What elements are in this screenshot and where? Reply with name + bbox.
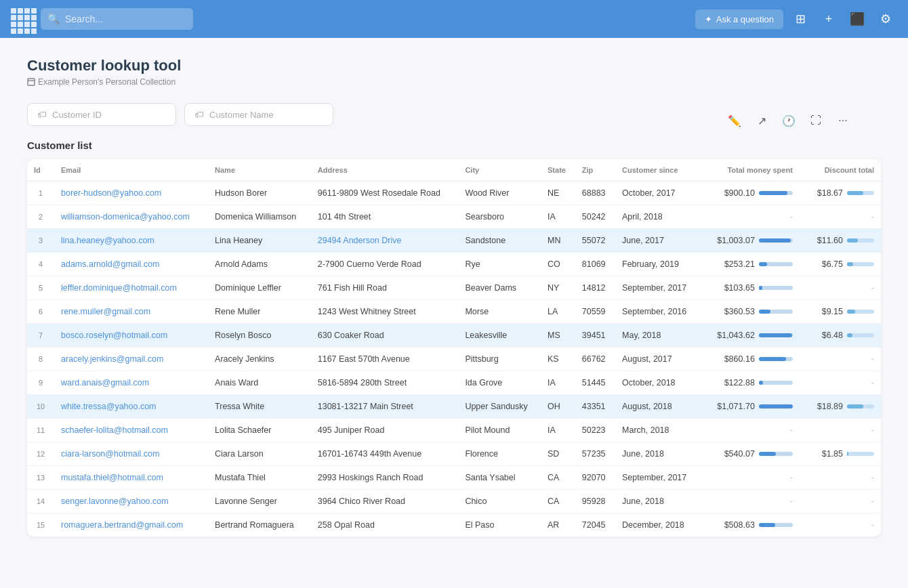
cell-city: Leakesville (458, 324, 541, 348)
cell-email[interactable]: white.tressa@yahoo.com (54, 395, 208, 419)
cell-total: $1,043.62 (700, 324, 800, 348)
cell-total: $1,003.07 (700, 229, 800, 253)
cell-email[interactable]: ward.anais@gmail.com (54, 371, 208, 395)
fullscreen-button[interactable]: ⛶ (805, 110, 827, 131)
cell-since: June, 2018 (615, 442, 700, 466)
cell-email[interactable]: mustafa.thiel@hotmail.com (54, 466, 208, 490)
cell-email[interactable]: romaguera.bertrand@gmail.com (54, 513, 208, 537)
cell-discount: $11.60 (800, 229, 881, 253)
cell-zip: 50242 (575, 205, 615, 229)
cell-total: - (700, 205, 800, 229)
cell-state: SD (541, 442, 575, 466)
more-button[interactable]: ··· (832, 110, 854, 131)
ask-question-button[interactable]: ✦ Ask a question (695, 9, 783, 29)
table-row: 15romaguera.bertrand@gmail.comBertrand R… (27, 513, 881, 537)
cell-email[interactable]: bosco.roselyn@hotmail.com (54, 324, 208, 348)
cell-id: 4 (27, 253, 54, 276)
settings-button[interactable]: ⚙ (874, 7, 897, 30)
table-row: 6rene.muller@gmail.comRene Muller1243 We… (27, 300, 881, 324)
customer-id-input[interactable] (52, 110, 166, 120)
cell-address: 9611-9809 West Rosedale Road (311, 182, 459, 205)
cell-email[interactable]: leffler.dominique@hotmail.com (54, 276, 208, 300)
cell-address: 29494 Anderson Drive (311, 229, 459, 253)
cell-email[interactable]: rene.muller@gmail.com (54, 300, 208, 324)
cell-total: - (700, 466, 800, 490)
cell-email[interactable]: senger.lavonne@yahoo.com (54, 490, 208, 513)
cell-address: 630 Coaker Road (311, 324, 459, 348)
cell-name: Lolita Schaefer (208, 419, 311, 442)
cell-city: Upper Sandusky (458, 395, 541, 419)
cell-discount: - (800, 276, 881, 300)
cell-total: $360.53 (700, 300, 800, 324)
cell-total: $860.16 (700, 348, 800, 371)
cell-zip: 43351 (575, 395, 615, 419)
topnav-actions: ✦ Ask a question ⊞ + ⬛ ⚙ (695, 7, 897, 30)
cell-email[interactable]: ciara-larson@hotmail.com (54, 442, 208, 466)
cell-state: CA (541, 466, 575, 490)
cell-id: 11 (27, 419, 54, 442)
cell-address: 258 Opal Road (311, 513, 459, 537)
cell-state: NY (541, 276, 575, 300)
col-state: State (541, 159, 575, 182)
cell-discount: - (800, 419, 881, 442)
cell-state: AR (541, 513, 575, 537)
share-button[interactable]: ↗ (751, 110, 772, 131)
cell-discount: - (800, 371, 881, 395)
cell-id: 6 (27, 300, 54, 324)
app-logo[interactable] (11, 8, 33, 30)
cell-discount: - (800, 513, 881, 537)
cell-total: $1,071.70 (700, 395, 800, 419)
cell-email[interactable]: schaefer-lolita@hotmail.com (54, 419, 208, 442)
cell-discount: - (800, 348, 881, 371)
table-row: 14senger.lavonne@yahoo.comLavonne Senger… (27, 490, 881, 513)
customer-id-filter[interactable]: 🏷 (27, 103, 176, 126)
tag-icon-2: 🏷 (194, 109, 204, 120)
cell-name: Anais Ward (208, 371, 311, 395)
cell-email[interactable]: aracely.jenkins@gmail.com (54, 348, 208, 371)
cell-email[interactable]: lina.heaney@yahoo.com (54, 229, 208, 253)
table-row: 5leffler.dominique@hotmail.comDominique … (27, 276, 881, 300)
cell-city: Rye (458, 253, 541, 276)
cell-name: Lavonne Senger (208, 490, 311, 513)
cell-since: June, 2018 (615, 490, 700, 513)
search-input[interactable] (41, 8, 193, 30)
cell-email[interactable]: williamson-domenica@yahoo.com (54, 205, 208, 229)
cell-id: 2 (27, 205, 54, 229)
customer-name-input[interactable] (209, 110, 323, 120)
cell-email[interactable]: adams.arnold@gmail.com (54, 253, 208, 276)
cell-zip: 55072 (575, 229, 615, 253)
customer-name-filter[interactable]: 🏷 (184, 103, 333, 126)
cell-total: $540.07 (700, 442, 800, 466)
table-body: 1borer-hudson@yahoo.comHudson Borer9611-… (27, 182, 881, 537)
cell-zip: 66762 (575, 348, 615, 371)
collection-icon (27, 78, 35, 86)
cell-since: February, 2019 (615, 253, 700, 276)
cell-city: Sandstone (458, 229, 541, 253)
table-row: 10white.tressa@yahoo.comTressa White1308… (27, 395, 881, 419)
new-button[interactable]: + (817, 7, 840, 30)
table-row: 2williamson-domenica@yahoo.comDomenica W… (27, 205, 881, 229)
history-button[interactable]: 🕐 (778, 110, 800, 131)
cell-city: Wood River (458, 182, 541, 205)
cell-since: October, 2018 (615, 371, 700, 395)
customer-table: Id Email Name Address City State Zip Cus… (27, 159, 881, 537)
cell-state: LA (541, 300, 575, 324)
cell-email[interactable]: borer-hudson@yahoo.com (54, 182, 208, 205)
col-city: City (458, 159, 541, 182)
cell-name: Bertrand Romaguera (208, 513, 311, 537)
cell-since: August, 2018 (615, 395, 700, 419)
cell-discount: $9.15 (800, 300, 881, 324)
cell-id: 1 (27, 182, 54, 205)
cell-city: Beaver Dams (458, 276, 541, 300)
table-row: 11schaefer-lolita@hotmail.comLolita Scha… (27, 419, 881, 442)
expand-button[interactable]: ⬛ (846, 7, 869, 30)
tag-icon: 🏷 (37, 109, 47, 120)
edit-button[interactable]: ✏️ (724, 110, 745, 131)
cell-zip: 70559 (575, 300, 615, 324)
cell-name: Roselyn Bosco (208, 324, 311, 348)
grid-icon-button[interactable]: ⊞ (789, 7, 812, 30)
cell-address: 1243 West Whitney Street (311, 300, 459, 324)
cell-id: 12 (27, 442, 54, 466)
cell-address: 2993 Hoskings Ranch Road (311, 466, 459, 490)
col-name: Name (208, 159, 311, 182)
